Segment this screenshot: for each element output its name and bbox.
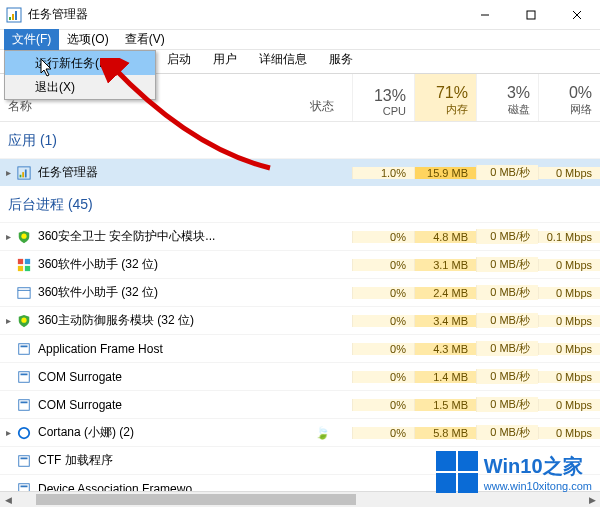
svg-rect-24 <box>19 399 30 410</box>
disk-label: 磁盘 <box>508 102 530 117</box>
memory-cell: 4.8 MB <box>414 231 476 243</box>
svg-rect-20 <box>19 343 30 354</box>
svg-rect-5 <box>527 11 535 19</box>
process-name: CTF 加载程序 <box>38 452 292 469</box>
app-icon <box>16 341 32 357</box>
disk-cell: 0 MB/秒 <box>476 165 538 180</box>
scroll-left-icon[interactable]: ◀ <box>0 492 16 507</box>
menu-file[interactable]: 文件(F) <box>4 29 59 50</box>
process-name: 任务管理器 <box>38 164 292 181</box>
app-icon <box>16 453 32 469</box>
svg-rect-14 <box>25 258 30 263</box>
svg-rect-21 <box>21 345 28 347</box>
memory-cell: 5.8 MB <box>414 427 476 439</box>
tab-details[interactable]: 详细信息 <box>248 47 318 73</box>
svg-rect-1 <box>9 17 11 20</box>
process-row[interactable]: ▸360主动防御服务模块 (32 位)0%3.4 MB0 MB/秒0 Mbps <box>0 306 600 334</box>
column-cpu[interactable]: 13% CPU <box>352 74 414 121</box>
svg-point-12 <box>21 233 26 238</box>
maximize-button[interactable] <box>508 0 554 30</box>
process-row[interactable]: Application Frame Host0%4.3 MB0 MB/秒0 Mb… <box>0 334 600 362</box>
app-icon <box>16 369 32 385</box>
column-network[interactable]: 0% 网络 <box>538 74 600 121</box>
menu-options[interactable]: 选项(O) <box>59 29 116 50</box>
window-title: 任务管理器 <box>28 6 462 23</box>
svg-rect-23 <box>21 373 28 375</box>
expand-icon[interactable]: ▸ <box>0 427 16 438</box>
disk-cell: 0 MB/秒 <box>476 397 538 412</box>
tab-startup[interactable]: 启动 <box>156 47 202 73</box>
network-label: 网络 <box>570 102 592 117</box>
column-status[interactable]: 状态 <box>292 74 352 121</box>
network-cell: 0 Mbps <box>538 343 600 355</box>
memory-label: 内存 <box>446 102 468 117</box>
process-row[interactable]: COM Surrogate0%1.4 MB0 MB/秒0 Mbps <box>0 362 600 390</box>
memory-cell: 3.1 MB <box>414 259 476 271</box>
svg-rect-3 <box>15 11 17 20</box>
svg-point-26 <box>19 427 30 438</box>
network-cell: 0.1 Mbps <box>538 231 600 243</box>
cpu-cell: 0% <box>352 343 414 355</box>
cpu-percent: 13% <box>374 87 406 105</box>
svg-rect-17 <box>18 287 30 298</box>
process-name: 360软件小助手 (32 位) <box>38 284 292 301</box>
app-icon <box>16 397 32 413</box>
process-row[interactable]: 360软件小助手 (32 位)0%2.4 MB0 MB/秒0 Mbps <box>0 278 600 306</box>
cpu-cell: 0% <box>352 231 414 243</box>
svg-point-19 <box>21 317 26 322</box>
expand-icon[interactable]: ▸ <box>0 315 16 326</box>
scroll-right-icon[interactable]: ▶ <box>584 492 600 507</box>
process-name: Application Frame Host <box>38 342 292 356</box>
process-row[interactable]: ▸Cortana (小娜) (2)🍃0%5.8 MB0 MB/秒0 Mbps <box>0 418 600 446</box>
svg-rect-22 <box>19 371 30 382</box>
process-row[interactable]: CTF 加载程序 <box>0 446 600 474</box>
shield-green-icon <box>16 229 32 245</box>
column-disk[interactable]: 3% 磁盘 <box>476 74 538 121</box>
process-name: COM Surrogate <box>38 398 292 412</box>
column-memory[interactable]: 71% 内存 <box>414 74 476 121</box>
disk-percent: 3% <box>507 84 530 102</box>
menu-exit[interactable]: 退出(X) <box>5 75 155 99</box>
cpu-cell: 0% <box>352 427 414 439</box>
horizontal-scrollbar[interactable]: ◀ ▶ <box>0 491 600 507</box>
tab-services[interactable]: 服务 <box>318 47 364 73</box>
process-list: 应用 (1) ▸任务管理器1.0%15.9 MB0 MB/秒0 Mbps 后台进… <box>0 122 600 502</box>
network-cell: 0 Mbps <box>538 427 600 439</box>
scrollbar-track[interactable] <box>16 492 584 507</box>
cpu-cell: 0% <box>352 371 414 383</box>
process-name: Cortana (小娜) (2) <box>38 424 292 441</box>
process-row[interactable]: COM Surrogate0%1.5 MB0 MB/秒0 Mbps <box>0 390 600 418</box>
tab-users[interactable]: 用户 <box>202 47 248 73</box>
process-row[interactable]: 360软件小助手 (32 位)0%3.1 MB0 MB/秒0 Mbps <box>0 250 600 278</box>
menu-run-new-task[interactable]: 运行新任务(N) <box>5 51 155 75</box>
window-icon <box>16 285 32 301</box>
cpu-label: CPU <box>383 105 406 117</box>
file-menu-dropdown: 运行新任务(N) 退出(X) <box>4 50 156 100</box>
disk-cell: 0 MB/秒 <box>476 285 538 300</box>
minimize-button[interactable] <box>462 0 508 30</box>
memory-cell: 1.5 MB <box>414 399 476 411</box>
close-button[interactable] <box>554 0 600 30</box>
cpu-cell: 0% <box>352 259 414 271</box>
process-status: 🍃 <box>292 426 352 440</box>
process-row[interactable]: ▸360安全卫士 安全防护中心模块...0%4.8 MB0 MB/秒0.1 Mb… <box>0 222 600 250</box>
cpu-cell: 0% <box>352 315 414 327</box>
expand-icon[interactable]: ▸ <box>0 167 16 178</box>
memory-cell: 15.9 MB <box>414 167 476 179</box>
section-background: 后台进程 (45) <box>0 186 600 222</box>
svg-rect-28 <box>21 457 28 459</box>
expand-icon[interactable]: ▸ <box>0 231 16 242</box>
cpu-cell: 0% <box>352 287 414 299</box>
network-cell: 0 Mbps <box>538 371 600 383</box>
network-cell: 0 Mbps <box>538 315 600 327</box>
svg-rect-27 <box>19 455 30 466</box>
process-row[interactable]: ▸任务管理器1.0%15.9 MB0 MB/秒0 Mbps <box>0 158 600 186</box>
svg-rect-16 <box>25 265 30 270</box>
network-cell: 0 Mbps <box>538 399 600 411</box>
network-percent: 0% <box>569 84 592 102</box>
disk-cell: 0 MB/秒 <box>476 229 538 244</box>
disk-cell: 0 MB/秒 <box>476 341 538 356</box>
disk-cell: 0 MB/秒 <box>476 313 538 328</box>
scrollbar-thumb[interactable] <box>36 494 356 505</box>
disk-cell: 0 MB/秒 <box>476 257 538 272</box>
